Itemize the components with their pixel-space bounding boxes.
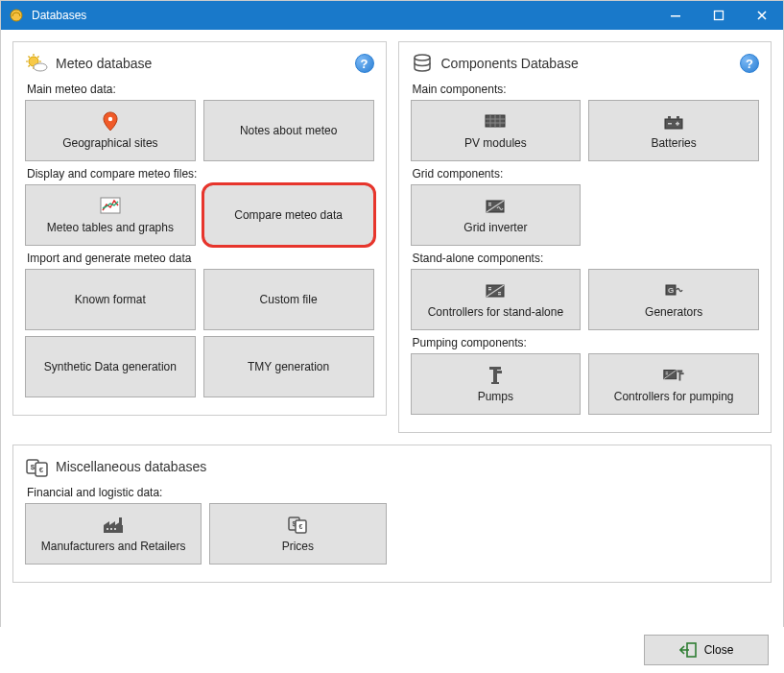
- button-label: Controllers for stand-alone: [428, 305, 563, 319]
- known-format-button[interactable]: Known format: [25, 269, 196, 330]
- geographical-sites-button[interactable]: Geographical sites: [25, 100, 196, 161]
- svg-rect-30: [488, 203, 491, 204]
- button-label: Controllers for pumping: [614, 390, 734, 403]
- factory-icon: [102, 515, 125, 536]
- help-icon[interactable]: ?: [355, 54, 374, 73]
- svg-rect-50: [680, 373, 684, 374]
- pumps-button[interactable]: Pumps: [411, 353, 582, 415]
- chart-icon: [99, 196, 122, 217]
- grid-inverter-button[interactable]: Grid inverter: [411, 184, 582, 246]
- meteo-panel: Meteo database ? Main meteo data: Geogr: [12, 41, 387, 416]
- manufacturers-retailers-button[interactable]: Manufacturers and Retailers: [25, 503, 202, 565]
- section-label-main-components: Main components:: [413, 83, 760, 96]
- battery-icon: [662, 111, 685, 132]
- generators-button[interactable]: G Generators: [588, 269, 759, 330]
- button-label: Notes about meteo: [240, 124, 337, 137]
- button-label: Geographical sites: [62, 136, 157, 150]
- svg-rect-59: [119, 517, 122, 525]
- meteo-tables-graphs-button[interactable]: Meteo tables and graphs: [25, 184, 196, 246]
- svg-rect-42: [496, 371, 502, 373]
- svg-line-8: [29, 57, 31, 59]
- section-label-main-meteo: Main meteo data:: [27, 83, 374, 96]
- svg-line-11: [37, 57, 39, 59]
- svg-marker-57: [109, 521, 115, 525]
- svg-point-13: [108, 117, 112, 121]
- svg-rect-1: [671, 15, 680, 17]
- button-label: Generators: [645, 305, 702, 319]
- button-label: Pumps: [478, 390, 513, 403]
- svg-rect-61: [110, 528, 112, 530]
- pump-icon: [484, 365, 507, 386]
- price-tag-icon: $ €: [286, 515, 309, 536]
- content-area: Meteo database ? Main meteo data: Geogr: [1, 30, 783, 589]
- svg-marker-56: [104, 521, 109, 525]
- section-label-import-meteo: Import and generate meteo data: [27, 252, 374, 265]
- svg-rect-37: [498, 294, 501, 295]
- svg-text:€: €: [39, 466, 44, 474]
- pv-modules-button[interactable]: PV modules: [411, 100, 582, 161]
- app-icon: [9, 8, 24, 23]
- maximize-button[interactable]: [697, 1, 740, 30]
- svg-rect-41: [489, 367, 501, 370]
- prices-button[interactable]: $ € Prices: [209, 503, 386, 565]
- section-label-standalone: Stand-alone components:: [413, 252, 760, 265]
- inverter-icon: [484, 196, 507, 217]
- window-close-button[interactable]: [740, 1, 783, 30]
- window-title: Databases: [32, 9, 86, 22]
- svg-text:€: €: [299, 523, 303, 530]
- svg-rect-31: [488, 204, 491, 205]
- button-label: Prices: [282, 540, 314, 553]
- svg-line-10: [29, 65, 31, 67]
- pump-controller-icon: [662, 365, 685, 386]
- button-label: Grid inverter: [463, 221, 527, 234]
- svg-point-15: [415, 55, 430, 60]
- svg-rect-34: [488, 287, 491, 288]
- synthetic-data-button[interactable]: Synthetic Data generation: [25, 336, 196, 397]
- controllers-pumping-button[interactable]: Controllers for pumping: [588, 353, 759, 415]
- button-label: PV modules: [464, 136, 527, 150]
- close-button-label: Close: [704, 643, 734, 657]
- components-panel-title: Components Database: [441, 56, 579, 71]
- svg-point-12: [34, 63, 47, 71]
- svg-rect-24: [677, 116, 679, 119]
- close-button[interactable]: Close: [644, 635, 769, 665]
- section-label-display-meteo: Display and compare meteo files:: [27, 167, 374, 180]
- svg-rect-62: [114, 528, 116, 530]
- button-label: Synthetic Data generation: [44, 360, 177, 373]
- misc-panel-title: Miscellaneous databases: [56, 459, 206, 474]
- notes-about-meteo-button[interactable]: Notes about meteo: [203, 100, 374, 161]
- custom-file-button[interactable]: Custom file: [203, 269, 374, 330]
- help-icon[interactable]: ?: [740, 54, 759, 73]
- bottom-bar: Close: [0, 627, 784, 673]
- svg-rect-46: [666, 372, 668, 373]
- compare-meteo-data-button[interactable]: Compare meteo data: [203, 184, 374, 246]
- money-db-icon: $ €: [25, 455, 48, 478]
- sun-cloud-icon: [25, 52, 48, 75]
- svg-rect-25: [668, 123, 672, 125]
- svg-rect-60: [107, 528, 108, 530]
- svg-rect-27: [677, 122, 678, 126]
- section-label-pumping: Pumping components:: [413, 336, 760, 349]
- batteries-button[interactable]: Batteries: [588, 100, 759, 161]
- controllers-standalone-button[interactable]: Controllers for stand-alone: [411, 269, 582, 330]
- button-label: Compare meteo data: [234, 208, 343, 222]
- section-label-financial: Financial and logistic data:: [27, 486, 759, 499]
- svg-rect-36: [498, 292, 501, 293]
- generator-icon: G: [662, 280, 685, 301]
- minimize-button[interactable]: [653, 1, 697, 30]
- components-panel: Components Database ? Main components:: [398, 41, 772, 433]
- button-label: Known format: [75, 293, 146, 306]
- svg-text:G: G: [668, 286, 674, 295]
- exit-icon: [679, 642, 697, 658]
- button-label: TMY generation: [248, 360, 329, 373]
- svg-rect-2: [714, 12, 723, 20]
- section-label-grid-components: Grid components:: [413, 167, 760, 180]
- svg-rect-49: [677, 370, 683, 372]
- tmy-generation-button[interactable]: TMY generation: [203, 336, 374, 397]
- svg-text:$: $: [31, 463, 36, 471]
- svg-rect-47: [666, 373, 668, 374]
- button-label: Batteries: [651, 136, 696, 150]
- svg-rect-14: [101, 198, 120, 213]
- svg-rect-23: [668, 116, 671, 119]
- misc-panel: $ € Miscellaneous databases Financial an…: [12, 445, 772, 583]
